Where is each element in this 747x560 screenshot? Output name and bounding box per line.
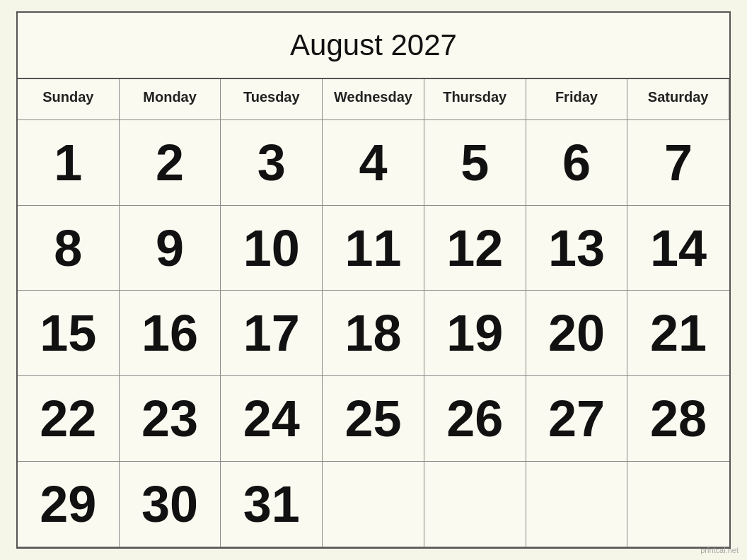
calendar-grid: Sunday Monday Tuesday Wednesday Thursday… bbox=[18, 79, 729, 547]
watermark: printcal.net bbox=[700, 546, 739, 554]
day-cell-9: 9 bbox=[120, 206, 221, 291]
day-cell-28: 28 bbox=[627, 376, 729, 462]
day-cell-1: 1 bbox=[18, 120, 120, 206]
day-cell-27: 27 bbox=[526, 376, 628, 462]
day-header-wednesday: Wednesday bbox=[323, 79, 424, 120]
day-header-monday: Monday bbox=[120, 79, 221, 120]
day-cell-25: 25 bbox=[323, 376, 424, 462]
day-cell-empty-4 bbox=[627, 462, 729, 547]
day-cell-empty-3 bbox=[526, 462, 628, 547]
day-cell-empty-2 bbox=[424, 462, 526, 547]
day-cell-5: 5 bbox=[424, 120, 526, 206]
calendar-title: August 2027 bbox=[18, 13, 729, 79]
day-cell-30: 30 bbox=[120, 462, 221, 547]
day-cell-26: 26 bbox=[424, 376, 526, 462]
day-cell-2: 2 bbox=[120, 120, 221, 206]
day-cell-18: 18 bbox=[323, 291, 424, 376]
day-header-friday: Friday bbox=[526, 79, 628, 120]
day-cell-15: 15 bbox=[18, 291, 120, 376]
day-cell-empty-1 bbox=[323, 462, 424, 547]
day-cell-19: 19 bbox=[424, 291, 526, 376]
day-cell-7: 7 bbox=[627, 120, 729, 206]
day-cell-3: 3 bbox=[221, 120, 323, 206]
day-cell-8: 8 bbox=[18, 206, 120, 291]
day-header-saturday: Saturday bbox=[627, 79, 729, 120]
day-cell-20: 20 bbox=[526, 291, 628, 376]
day-cell-17: 17 bbox=[221, 291, 323, 376]
day-cell-12: 12 bbox=[424, 206, 526, 291]
day-cell-11: 11 bbox=[323, 206, 424, 291]
day-cell-14: 14 bbox=[627, 206, 729, 291]
day-cell-6: 6 bbox=[526, 120, 628, 206]
day-cell-29: 29 bbox=[18, 462, 120, 547]
day-header-sunday: Sunday bbox=[18, 79, 120, 120]
day-cell-22: 22 bbox=[18, 376, 120, 462]
day-cell-24: 24 bbox=[221, 376, 323, 462]
day-header-thursday: Thursday bbox=[424, 79, 526, 120]
day-cell-31: 31 bbox=[221, 462, 323, 547]
day-cell-13: 13 bbox=[526, 206, 628, 291]
day-cell-23: 23 bbox=[120, 376, 221, 462]
day-cell-16: 16 bbox=[120, 291, 221, 376]
calendar: August 2027 Sunday Monday Tuesday Wednes… bbox=[16, 11, 731, 549]
day-cell-21: 21 bbox=[627, 291, 729, 376]
day-cell-10: 10 bbox=[221, 206, 323, 291]
day-header-tuesday: Tuesday bbox=[221, 79, 323, 120]
day-cell-4: 4 bbox=[323, 120, 424, 206]
